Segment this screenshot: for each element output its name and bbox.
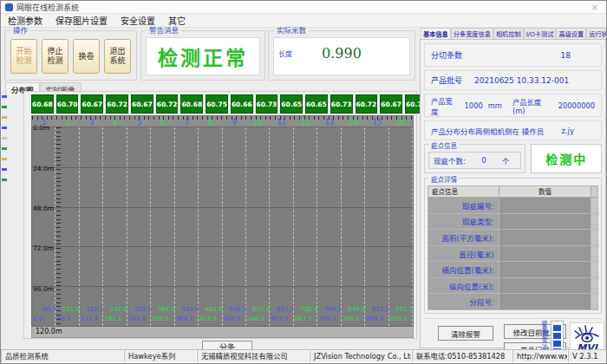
defect-field-value — [499, 294, 591, 309]
defect-field-label: 分段号: — [428, 294, 499, 309]
alarm-group: 警告消息 检测正常 — [140, 30, 265, 81]
menu-item[interactable]: 检测参数 — [8, 14, 42, 27]
defect-table-col2: 数值 — [499, 186, 591, 197]
strip-ruler: 12345678910111213141516 — [31, 115, 414, 127]
actual-meters-group: 实际米数 长度 0.990 — [268, 30, 415, 81]
boundary-value: 242.8 — [103, 306, 127, 313]
size-row: 产品宽度 1000 mm 产品长度(m) 20000000 — [424, 94, 602, 117]
status-company-en: JZVision Technology Co., Ltd. — [310, 349, 412, 363]
defect-count-value: 0 — [481, 156, 486, 165]
status-version: V 2.3.1 — [568, 349, 607, 363]
strip-number: 10 — [246, 116, 270, 127]
cut-count-label: 分切条数 — [431, 49, 462, 61]
gridline — [32, 207, 413, 208]
table-row: 横向位置(毫米): — [428, 262, 597, 278]
strip-value-box: 60.70 — [56, 94, 79, 114]
length-label: 产品长度(m) — [512, 96, 553, 115]
table-row: 纵向位置(米): — [428, 278, 597, 295]
title-bar: 网眼在线检测系统 × — [1, 1, 606, 14]
alarm-group-title: 警告消息 — [147, 26, 181, 35]
strip-number: 11 — [270, 116, 293, 127]
window-title: 网眼在线检测系统 — [16, 2, 79, 13]
length-box: 长度 0.990 — [273, 37, 410, 75]
defect-table-scroll — [591, 186, 597, 197]
strip-value-box: 60.68 — [31, 94, 54, 114]
strip-number: 8 — [199, 116, 222, 127]
defect-field-label: 瑕疵类型: — [428, 214, 499, 230]
clipped-edge-content — [1, 88, 9, 343]
batch-row: 产品批号 20210625 10.33.12-001 — [424, 70, 602, 90]
boundary-positions-lower: 0.060.7121.4182.1242.8303.5364.2424.9485… — [32, 315, 413, 322]
boundary-value: 728.4 — [317, 315, 341, 322]
defect-table-col1: 疵点信息 — [428, 186, 499, 197]
strip-number: 9 — [223, 116, 246, 127]
status-bar: 品质检测系统 Hawkeye系列 无锡精质视觉科技有限公司 JZVision T… — [1, 349, 607, 363]
table-row: 面积(平方毫米): — [428, 230, 597, 246]
operation-button[interactable]: 停止 检测 — [42, 39, 69, 74]
strip-value-box: 60.72 — [106, 94, 128, 114]
clear-alarm-button[interactable]: 清除报警 — [438, 326, 493, 341]
right-tab[interactable]: 分条宽度信息 — [451, 28, 493, 39]
defect-field-value — [499, 198, 591, 213]
right-tab[interactable]: 高级设置 — [556, 28, 586, 39]
table-row: 分段号: — [428, 294, 597, 309]
strip-column — [32, 127, 55, 326]
defect-field-value — [499, 230, 591, 245]
boundary-value: 0.0 — [32, 315, 55, 322]
gridline — [32, 286, 413, 287]
defect-field-value — [499, 246, 591, 262]
menu-item[interactable]: 保存图片设置 — [55, 14, 108, 27]
cut-count-value: 18 — [561, 51, 571, 60]
distribution-label: 产品分布分布两侧相机侧在 操作员 — [431, 126, 544, 136]
boundary-value: 182.1 — [103, 315, 127, 322]
defect-field-value — [499, 262, 591, 277]
close-icon[interactable]: × — [588, 3, 602, 12]
cut-count-row: 分切条数 18 — [424, 43, 602, 67]
boundary-value: 849.8 — [342, 306, 365, 313]
boundary-value: 364.2 — [175, 315, 199, 322]
plot-area[interactable]: 60.7121.4182.1242.8303.5364.2424.9485.65… — [31, 127, 414, 327]
status-website[interactable]: http://www.wxjzsj.com — [512, 349, 568, 363]
boundary-value: 60.7 — [55, 315, 79, 322]
boundary-value: 667.7 — [270, 306, 293, 313]
boundary-value: 789.1 — [342, 315, 365, 322]
boundary-value: 485.6 — [223, 315, 246, 322]
operator-value: z.jy — [561, 127, 574, 135]
basic-info-panel: 分切条数 18 产品批号 20210625 10.33.12-001 产品宽度 … — [420, 39, 606, 348]
defect-detail-table: 疵点信息 数值 瑕疵编号: 瑕疵类型: — [428, 185, 598, 310]
menu-item[interactable]: 安全设置 — [121, 14, 155, 27]
app-window: 网眼在线检测系统 × 检测参数保存图片设置安全设置其它 操作 开始 检测停止 检… — [0, 0, 607, 364]
menu-item[interactable]: 其它 — [168, 14, 186, 27]
width-value: 1000 — [465, 101, 483, 110]
boundary-value: 910.5 — [365, 306, 388, 313]
y-axis-label: 24.0m — [33, 166, 54, 172]
operation-button[interactable]: 开始 检测 — [10, 39, 37, 74]
strip-number: 16 — [389, 116, 413, 127]
gridline — [32, 167, 413, 168]
defect-info-row: 疵点信息 现疵个数: 0 个 检测中 — [424, 144, 602, 173]
operation-button[interactable]: 退出 系统 — [104, 39, 131, 74]
batch-label: 产品批号 — [431, 75, 462, 86]
strip-number: 3 — [80, 116, 103, 127]
defect-info-group: 疵点信息 现疵个数: 0 个 — [424, 144, 525, 173]
width-unit: mm — [488, 101, 502, 110]
right-tab[interactable]: 基本信息 — [421, 28, 451, 39]
y-axis-label: 0.0m — [33, 125, 49, 132]
right-tab[interactable]: I/O卡测试 — [524, 28, 557, 39]
defect-detail-title: 疵点详情 — [429, 174, 459, 184]
table-row: 瑕疵编号: — [428, 198, 597, 214]
distribution-row: 产品分布分布两侧相机侧在 操作员 z.jy — [424, 120, 602, 140]
operation-button[interactable]: 换卷 — [73, 39, 100, 74]
detection-status: 检测中 — [531, 144, 602, 173]
boundary-value: 364.2 — [151, 306, 174, 313]
strip-number: 7 — [175, 116, 199, 127]
strip-number: 2 — [55, 116, 79, 127]
defect-field-label: 直径(毫米) — [428, 246, 499, 262]
width-label: 产品宽度 — [431, 95, 460, 116]
status-series: Hawkeye系列 — [124, 349, 197, 363]
alarm-message-box: 检测正常 — [146, 37, 260, 75]
right-tab[interactable]: 运行状态信息 — [586, 28, 607, 39]
defect-detail-group: 疵点详情 疵点信息 数值 瑕疵编号: — [424, 178, 602, 314]
strip-value-box: 60.67 — [380, 94, 402, 114]
right-tab[interactable]: 相机控制 — [493, 28, 524, 39]
